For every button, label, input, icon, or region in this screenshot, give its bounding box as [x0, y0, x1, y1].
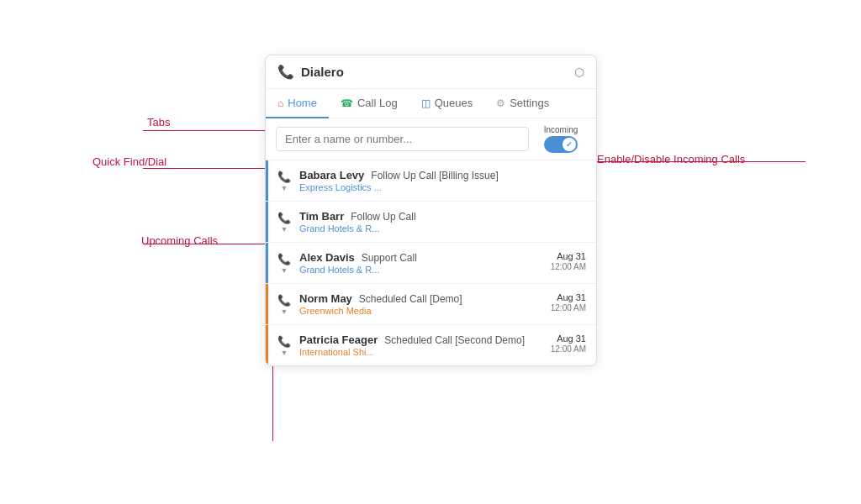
call-header-row: Norm May Scheduled Call [Demo]: [299, 292, 533, 305]
call-name: Patricia Feager: [299, 333, 378, 346]
call-item[interactable]: 📞 ▼ Babara Levy Follow Up Call [Billing …: [266, 160, 596, 202]
call-icon-wrap: 📞 ▼: [276, 251, 293, 275]
incoming-group: Incoming ✓: [536, 125, 586, 153]
call-info: Babara Levy Follow Up Call [Billing Issu…: [299, 169, 586, 192]
call-header-row: Babara Levy Follow Up Call [Billing Issu…: [299, 169, 586, 181]
call-name: Babara Levy: [299, 169, 364, 181]
call-phone-icon: 📞: [277, 253, 291, 265]
call-info: Tim Barr Follow Up Call Grand Hotels & R…: [299, 210, 586, 234]
toggle-check-icon: ✓: [566, 140, 573, 149]
call-item[interactable]: 📞 ▼ Patricia Feager Scheduled Call [Seco…: [266, 325, 596, 365]
call-header-row: Patricia Feager Scheduled Call [Second D…: [299, 333, 533, 346]
incoming-toggle[interactable]: ✓: [544, 136, 578, 153]
home-icon: ⌂: [277, 97, 283, 109]
incoming-label: Incoming: [544, 125, 578, 134]
phone-icon: 📞: [277, 64, 294, 80]
widget-title: Dialero: [301, 65, 344, 79]
call-type: Support Call: [362, 252, 417, 264]
call-company: Greenwich Media: [299, 306, 533, 316]
call-icon-wrap: 📞 ▼: [276, 210, 293, 234]
call-item[interactable]: 📞 ▼ Norm May Scheduled Call [Demo] Green…: [266, 284, 596, 325]
call-info: Patricia Feager Scheduled Call [Second D…: [299, 333, 533, 357]
call-name: Tim Barr: [299, 210, 344, 223]
call-company: Express Logistics ...: [299, 182, 586, 192]
call-phone-icon: 📞: [277, 335, 291, 348]
call-dropdown-icon: ▼: [281, 349, 288, 357]
call-company: Grand Hotels & R...: [299, 223, 586, 234]
call-type: Scheduled Call [Second Demo]: [384, 334, 525, 346]
call-item[interactable]: 📞 ▼ Tim Barr Follow Up Call Grand Hotels…: [266, 202, 596, 243]
search-input[interactable]: [276, 127, 529, 151]
tabs-annotation-label: Tabs: [147, 116, 170, 129]
tab-home[interactable]: ⌂ Home: [266, 89, 329, 118]
call-dropdown-icon: ▼: [281, 225, 288, 234]
call-info: Alex Davis Support Call Grand Hotels & R…: [299, 251, 533, 275]
call-time: 12:00 AM: [551, 344, 586, 354]
tab-home-label: Home: [288, 97, 317, 109]
call-header-row: Alex Davis Support Call: [299, 251, 533, 264]
uc-annotation-label: Upcoming Calls: [141, 234, 218, 247]
dialero-widget: 📞 Dialero ⬡ ⌂ Home ☎ Call Log ◫ Queues ⚙…: [265, 55, 597, 366]
call-phone-icon: 📞: [277, 294, 291, 307]
call-icon-wrap: 📞 ▼: [276, 169, 293, 192]
call-company: Grand Hotels & R...: [299, 265, 533, 275]
call-dropdown-icon: ▼: [281, 307, 288, 316]
qfd-annotation-hline: [143, 168, 277, 169]
call-border: [266, 202, 268, 242]
qfd-annotation-label: Quick Find/Dial: [92, 155, 166, 168]
tabs-annotation-hline: [143, 130, 277, 131]
call-border: [266, 284, 268, 324]
tab-queues-label: Queues: [435, 97, 473, 109]
call-time: 12:00 AM: [551, 262, 586, 271]
call-dropdown-icon: ▼: [281, 184, 288, 192]
call-info: Norm May Scheduled Call [Demo] Greenwich…: [299, 292, 533, 316]
call-icon-wrap: 📞 ▼: [276, 292, 293, 316]
call-company: International Shi...: [299, 347, 533, 357]
call-name: Alex Davis: [299, 251, 355, 264]
tab-calllog-label: Call Log: [357, 97, 398, 109]
call-date: Aug 3112:00 AM: [540, 251, 586, 271]
settings-icon: ⚙: [496, 97, 505, 109]
search-row: Incoming ✓: [266, 118, 596, 160]
call-border: [266, 325, 268, 365]
call-type: Follow Up Call [Billing Issue]: [371, 170, 498, 181]
call-name: Norm May: [299, 292, 352, 305]
queues-icon: ◫: [421, 97, 430, 109]
call-phone-icon: 📞: [277, 171, 291, 183]
call-type: Follow Up Call: [351, 211, 415, 223]
call-phone-icon: 📞: [277, 212, 291, 224]
call-list: 📞 ▼ Babara Levy Follow Up Call [Billing …: [266, 160, 596, 365]
call-time: 12:00 AM: [551, 303, 586, 312]
call-border: [266, 160, 268, 201]
call-date: Aug 3112:00 AM: [540, 292, 586, 312]
tab-calllog[interactable]: ☎ Call Log: [329, 89, 409, 118]
call-border: [266, 243, 268, 283]
call-type: Scheduled Call [Demo]: [359, 293, 462, 305]
tab-settings[interactable]: ⚙ Settings: [484, 89, 561, 118]
call-icon-wrap: 📞 ▼: [276, 333, 293, 357]
call-date: Aug 3112:00 AM: [540, 333, 586, 354]
toggle-knob: ✓: [563, 138, 576, 151]
tab-queues[interactable]: ◫ Queues: [409, 89, 485, 118]
call-dropdown-icon: ▼: [281, 266, 288, 275]
incoming-annotation-label: Enable/Disable Incoming Calls: [597, 153, 745, 165]
expand-icon[interactable]: ⬡: [574, 66, 584, 79]
tab-settings-label: Settings: [510, 97, 549, 109]
calllog-icon: ☎: [341, 97, 353, 109]
tab-bar: ⌂ Home ☎ Call Log ◫ Queues ⚙ Settings: [266, 89, 596, 118]
call-header-row: Tim Barr Follow Up Call: [299, 210, 586, 223]
widget-header: 📞 Dialero ⬡: [266, 55, 596, 89]
widget-header-left: 📞 Dialero: [277, 64, 344, 80]
call-item[interactable]: 📞 ▼ Alex Davis Support Call Grand Hotels…: [266, 243, 596, 284]
